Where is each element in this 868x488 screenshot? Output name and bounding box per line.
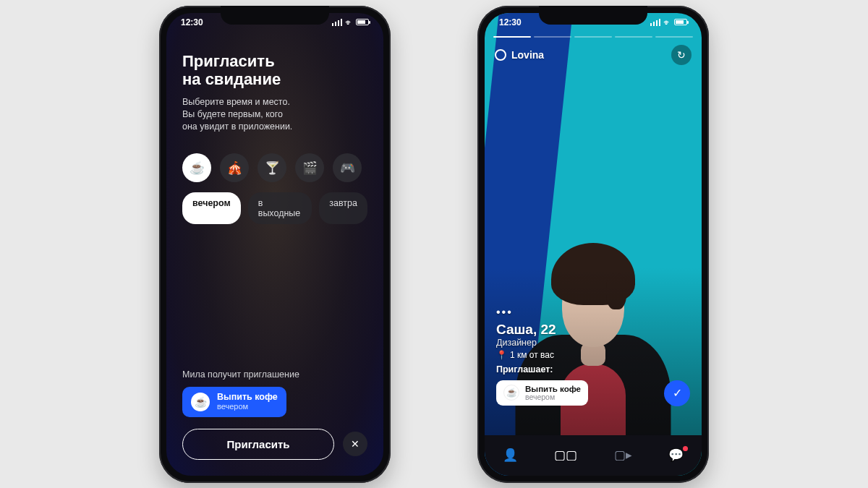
status-icons: ᯤ [650,17,687,27]
time-option-evening[interactable]: вечером [182,192,241,224]
coffee-icon: ☕ [190,160,205,176]
time-option-tomorrow[interactable]: завтра [319,192,367,224]
invites-label: Приглашает: [496,364,690,374]
notification-badge [683,446,688,451]
screen-profile: 12:30 ᯤ Lovina ↻ ••• Саша, [485,13,702,476]
invite-button[interactable]: Пригласить [182,429,334,460]
wifi-icon: ᯤ [345,18,353,27]
refresh-button[interactable]: ↻ [671,45,692,65]
profile-role: Дизайнер [496,338,690,348]
video-icon: ▢▸ [614,448,632,462]
status-time: 12:30 [499,17,522,27]
person-icon: 👤 [503,448,518,462]
battery-icon [674,19,687,25]
story-segment [534,36,571,38]
more-button[interactable]: ••• [496,306,690,319]
status-time: 12:30 [181,17,203,27]
invite-preview-time: вечером [217,402,278,411]
brand: Lovina [495,49,544,61]
chat-icon: 💬 [668,448,684,462]
activity-option-games[interactable]: 🎮 [333,153,362,182]
check-icon: ✓ [673,386,682,400]
screen-invite: 12:30 ᯤ Пригласить на свидание Выберите … [166,13,383,476]
profile-photo[interactable] [485,13,702,476]
tab-bar: 👤 ▢▢ ▢▸ 💬 [485,435,702,476]
page-title: Пригласить на свидание [182,52,367,90]
brand-name: Lovina [511,49,544,61]
signal-icon [332,19,342,26]
signal-icon [650,19,660,26]
wifi-icon: ᯤ [663,18,671,27]
phone-frame-right: 12:30 ᯤ Lovina ↻ ••• Саша, [477,6,709,483]
invite-preview-title: Выпить кофе [217,393,278,403]
story-segment [615,36,652,38]
status-icons: ᯤ [332,17,369,27]
story-progress[interactable] [493,36,693,38]
cards-icon: ▢▢ [554,448,577,462]
phone-frame-left: 12:30 ᯤ Пригласить на свидание Выберите … [159,6,391,483]
close-button[interactable]: ✕ [343,432,367,456]
story-segment [655,36,693,38]
coffee-icon: ☕ [503,385,519,401]
accept-button[interactable]: ✓ [664,380,690,406]
story-segment [574,36,612,38]
profile-distance: 📍 1 км от вас [496,350,690,360]
tab-cards[interactable]: ▢▢ [554,448,577,463]
page-subtitle: Выберите время и место. Вы будете первым… [182,96,367,133]
activity-option-coffee[interactable]: ☕ [182,153,211,182]
brand-logo-icon [495,49,506,61]
refresh-icon: ↻ [677,49,686,61]
profile-name-age: Саша, 22 [496,322,690,338]
story-segment [493,36,531,38]
close-icon: ✕ [351,438,359,450]
battery-icon [356,19,369,25]
time-option-weekend[interactable]: в выходные [248,192,312,224]
pin-icon: 📍 [496,350,507,360]
fair-icon: 🎪 [227,160,242,176]
invite-preview-card: ☕ Выпить кофе вечером [182,387,286,417]
incoming-invite-time: вечером [525,393,581,401]
coffee-icon: ☕ [191,393,210,411]
recipient-hint: Мила получит приглашение [182,369,367,380]
drinks-icon: 🍸 [265,160,280,176]
incoming-invite-card[interactable]: ☕ Выпить кофе вечером [496,380,588,406]
tab-video[interactable]: ▢▸ [614,448,632,463]
tab-profile[interactable]: 👤 [503,448,518,463]
activity-option-drinks[interactable]: 🍸 [258,153,286,182]
notch [221,6,329,25]
activity-option-movie[interactable]: 🎬 [295,153,324,182]
activity-option-fair[interactable]: 🎪 [220,153,249,182]
activity-picker: ☕ 🎪 🍸 🎬 🎮 🎸 [182,153,367,182]
time-picker: вечером в выходные завтра [182,192,367,224]
notch [539,6,647,25]
games-icon: 🎮 [340,160,355,176]
movie-icon: 🎬 [302,160,318,176]
tab-chat[interactable]: 💬 [668,448,684,463]
